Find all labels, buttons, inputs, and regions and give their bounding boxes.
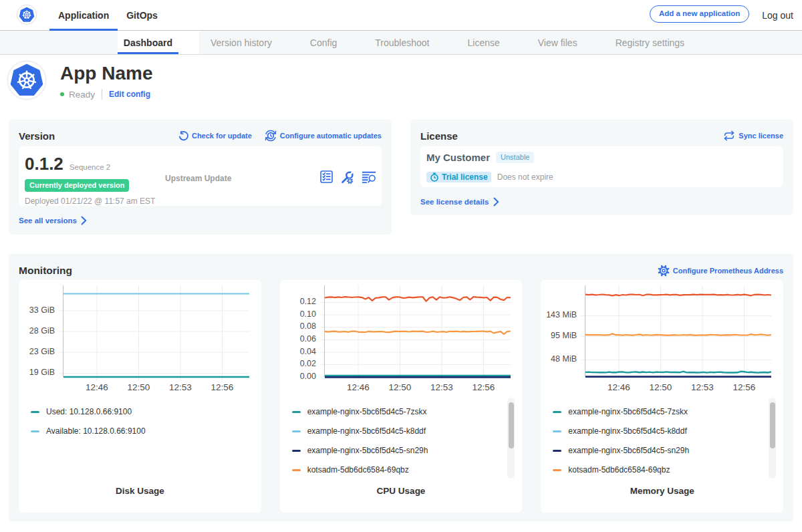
svg-text:12:46: 12:46 <box>86 382 108 392</box>
svg-text:12:50: 12:50 <box>388 382 411 392</box>
svg-text:0.06: 0.06 <box>299 334 315 344</box>
svg-text:48 MiB: 48 MiB <box>551 354 577 364</box>
svg-text:143 MiB: 143 MiB <box>546 310 577 319</box>
svg-text:0.02: 0.02 <box>299 359 315 368</box>
svg-text:0.08: 0.08 <box>299 321 315 331</box>
svg-text:0.10: 0.10 <box>299 309 315 319</box>
svg-text:0.04: 0.04 <box>299 347 315 356</box>
svg-text:12:53: 12:53 <box>691 382 714 392</box>
svg-text:28 GiB: 28 GiB <box>29 326 55 336</box>
svg-text:95 MiB: 95 MiB <box>551 331 577 340</box>
svg-text:12:56: 12:56 <box>472 382 495 392</box>
svg-text:19 GiB: 19 GiB <box>29 368 55 377</box>
svg-text:12:50: 12:50 <box>128 382 150 392</box>
svg-text:12:56: 12:56 <box>211 382 234 392</box>
svg-text:0.00: 0.00 <box>299 372 315 381</box>
svg-text:12:50: 12:50 <box>650 382 672 392</box>
svg-text:12:53: 12:53 <box>430 382 453 392</box>
svg-text:12:53: 12:53 <box>169 382 192 392</box>
svg-text:12:56: 12:56 <box>733 382 756 392</box>
svg-text:12:46: 12:46 <box>608 382 630 392</box>
svg-text:0.12: 0.12 <box>299 297 315 306</box>
svg-text:12:46: 12:46 <box>347 382 370 392</box>
svg-text:23 GiB: 23 GiB <box>29 347 55 356</box>
svg-text:33 GiB: 33 GiB <box>29 305 55 315</box>
